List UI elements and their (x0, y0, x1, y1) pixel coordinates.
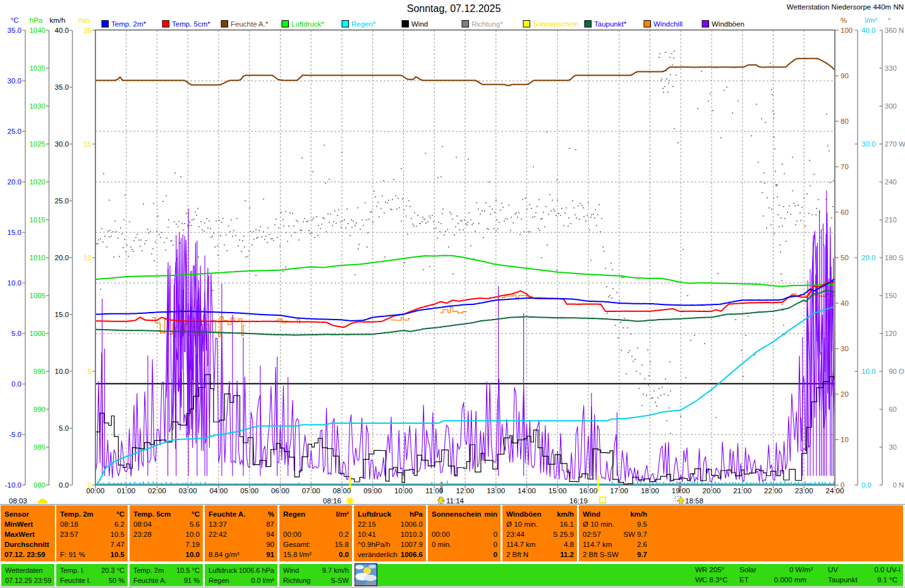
svg-text:300: 300 (885, 102, 897, 110)
svg-text:1040: 1040 (29, 27, 46, 34)
svg-text:40: 40 (841, 299, 849, 307)
svg-text:l/m²: l/m² (865, 16, 877, 24)
svg-text:09:00: 09:00 (363, 487, 382, 495)
svg-text:Windböen: Windböen (712, 20, 744, 28)
svg-text:60: 60 (889, 405, 897, 413)
svg-text:-10.0: -10.0 (5, 481, 21, 489)
svg-text:90: 90 (889, 368, 897, 375)
svg-text:990: 990 (33, 405, 46, 413)
svg-text:%: % (841, 16, 847, 24)
svg-text:16:00: 16:00 (580, 487, 598, 495)
svg-text:Sonnenschein: Sonnenschein (533, 20, 579, 28)
svg-text:50: 50 (841, 254, 849, 261)
svg-text:5.0: 5.0 (11, 330, 21, 337)
svg-text:25.0: 25.0 (55, 197, 69, 205)
svg-text:30: 30 (841, 345, 849, 352)
svg-text:15:00: 15:00 (549, 487, 567, 495)
svg-text:Temp. 5cm*: Temp. 5cm* (172, 20, 210, 28)
svg-text:13:00: 13:00 (487, 487, 505, 495)
svg-text:210: 210 (885, 216, 897, 224)
svg-text:40.0: 40.0 (55, 27, 69, 34)
svg-text:km/h: km/h (50, 16, 66, 24)
svg-text:12:00: 12:00 (456, 487, 475, 495)
svg-text:60: 60 (841, 208, 849, 216)
svg-text:1005: 1005 (29, 292, 46, 299)
svg-text:Taupunkt*: Taupunkt* (594, 20, 627, 28)
svg-text:08:00: 08:00 (333, 487, 351, 495)
svg-text:10: 10 (841, 436, 849, 443)
svg-text:01:00: 01:00 (117, 487, 135, 495)
svg-text:15.0: 15.0 (8, 229, 21, 236)
svg-text:17:00: 17:00 (610, 487, 628, 495)
svg-text:980: 980 (33, 481, 46, 489)
svg-text:Wind: Wind (411, 20, 428, 28)
svg-text:10.0: 10.0 (8, 279, 21, 287)
svg-text:23:00: 23:00 (795, 487, 813, 495)
svg-text:Feuchte A.*: Feuchte A.* (231, 20, 269, 28)
svg-text:15: 15 (83, 140, 92, 148)
svg-text:°C: °C (11, 16, 19, 24)
svg-text:20:00: 20:00 (703, 487, 721, 495)
svg-text:Luftdruck*: Luftdruck* (291, 20, 324, 28)
svg-text:30.0: 30.0 (8, 77, 21, 85)
svg-text:35.0: 35.0 (8, 27, 21, 34)
svg-text:1020: 1020 (29, 178, 46, 186)
svg-text:90: 90 (841, 72, 849, 80)
svg-text:-5.0: -5.0 (9, 431, 21, 438)
svg-text:24:00: 24:00 (826, 487, 844, 495)
svg-text:19:00: 19:00 (672, 487, 690, 495)
svg-text:O: O (899, 368, 904, 375)
svg-text:0.0: 0.0 (861, 481, 872, 489)
svg-text:30.0: 30.0 (861, 140, 875, 148)
svg-text:Sonntag, 07.12.2025: Sonntag, 07.12.2025 (407, 3, 501, 14)
svg-text:40.0: 40.0 (861, 27, 875, 34)
svg-text:1015: 1015 (29, 216, 46, 224)
svg-text:20.0: 20.0 (861, 254, 875, 261)
svg-text:10: 10 (83, 254, 92, 261)
svg-text:18:00: 18:00 (641, 487, 659, 495)
svg-text:N: N (899, 481, 904, 489)
svg-text:5.0: 5.0 (59, 424, 69, 432)
svg-text:06:00: 06:00 (271, 487, 289, 495)
svg-text:20.0: 20.0 (55, 254, 69, 261)
svg-text:0.0: 0.0 (59, 481, 69, 489)
svg-text:240: 240 (885, 178, 897, 186)
svg-text:N: N (899, 27, 904, 34)
svg-text:70: 70 (841, 163, 849, 171)
svg-text:20: 20 (841, 390, 849, 398)
svg-text:360: 360 (885, 27, 897, 34)
svg-text:Richtung*: Richtung* (471, 20, 503, 28)
svg-text:min: min (78, 16, 90, 24)
svg-text:21:00: 21:00 (733, 487, 751, 495)
svg-text:22:00: 22:00 (764, 487, 782, 495)
svg-text:100: 100 (841, 27, 853, 34)
svg-text:Temp. 2m*: Temp. 2m* (111, 20, 146, 28)
svg-text:14:00: 14:00 (518, 487, 536, 495)
svg-text:1035: 1035 (29, 64, 46, 72)
svg-text:11:00: 11:00 (425, 487, 443, 495)
svg-text:30.0: 30.0 (55, 140, 69, 148)
svg-text:1010: 1010 (29, 254, 46, 261)
svg-text:1025: 1025 (29, 140, 46, 148)
svg-text:30: 30 (889, 443, 897, 451)
svg-text:Wetterstation Niedersorpe 440m: Wetterstation Niedersorpe 440m NN (787, 3, 904, 11)
svg-text:10:00: 10:00 (394, 487, 413, 495)
svg-text:10.0: 10.0 (55, 368, 69, 375)
svg-text:1000: 1000 (29, 330, 46, 337)
svg-text:10.0: 10.0 (861, 368, 875, 375)
svg-text:°: ° (888, 16, 891, 24)
svg-text:00:00: 00:00 (87, 487, 105, 495)
svg-text:80: 80 (841, 117, 849, 125)
svg-text:180: 180 (885, 254, 897, 261)
svg-text:hPa: hPa (30, 16, 43, 24)
svg-text:S: S (899, 254, 904, 261)
svg-text:120: 120 (885, 330, 897, 337)
svg-text:35.0: 35.0 (55, 83, 69, 91)
svg-text:1030: 1030 (29, 102, 46, 110)
svg-text:Windchill: Windchill (653, 20, 683, 28)
svg-text:Regen*: Regen* (351, 20, 376, 28)
svg-text:330: 330 (885, 64, 897, 72)
svg-text:15.0: 15.0 (55, 311, 69, 318)
svg-text:995: 995 (33, 368, 46, 375)
svg-text:W: W (899, 140, 905, 148)
